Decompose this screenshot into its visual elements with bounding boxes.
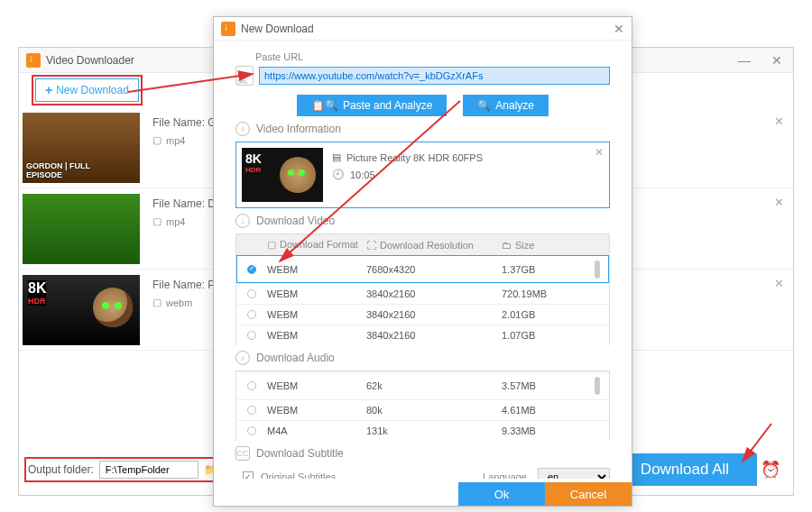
video-title: Picture Reality 8K HDR 60FPS bbox=[346, 152, 483, 163]
window-controls: — ✕ bbox=[728, 53, 793, 68]
subtitle-checkbox[interactable]: ✓ bbox=[243, 471, 254, 479]
format-value: webm bbox=[166, 297, 192, 308]
format-row[interactable]: WEBM3840x21601.07GB bbox=[236, 325, 609, 345]
app-title: Video Downloader bbox=[46, 54, 134, 67]
original-subtitles-link[interactable]: Original Subtitles bbox=[261, 471, 336, 479]
size-header-icon: 🗀 bbox=[502, 240, 512, 251]
thumbnail: 8KHDR bbox=[23, 275, 140, 345]
search-icon: 🔍 bbox=[477, 99, 491, 112]
paste-url-label: Paste URL bbox=[255, 51, 610, 62]
download-audio-icon: ♪ bbox=[235, 351, 250, 365]
download-video-icon: ↓ bbox=[235, 214, 250, 228]
size-value: 9.33MB bbox=[502, 425, 595, 436]
minimize-button[interactable]: — bbox=[728, 53, 761, 68]
format-value: WEBM bbox=[267, 405, 366, 416]
format-value: WEBM bbox=[267, 288, 366, 299]
radio-icon[interactable] bbox=[247, 289, 256, 298]
language-label: Language bbox=[483, 471, 527, 479]
format-icon: ▢ bbox=[152, 297, 161, 308]
video-thumbnail: 8KHDR bbox=[242, 148, 323, 202]
audio-row[interactable]: M4A131k9.33MB bbox=[236, 420, 609, 441]
scrollbar[interactable] bbox=[595, 261, 600, 279]
bitrate-value: 62k bbox=[366, 380, 502, 391]
radio-icon[interactable] bbox=[247, 426, 256, 435]
video-duration: 10:05 bbox=[350, 169, 375, 180]
format-value: WEBM bbox=[267, 330, 366, 341]
size-value: 1.07GB bbox=[502, 330, 595, 341]
download-all-button[interactable]: Download All bbox=[613, 453, 757, 486]
format-value: WEBM bbox=[267, 264, 366, 275]
size-header: Size bbox=[515, 240, 534, 251]
format-header: Download Format bbox=[280, 239, 358, 251]
radio-icon[interactable] bbox=[247, 265, 256, 274]
dialog-title: New Download bbox=[241, 23, 314, 35]
video-formats-table: ▢Download Format ⛶Download Resolution 🗀S… bbox=[235, 233, 610, 345]
format-row[interactable]: WEBM3840x21602.01GB bbox=[236, 304, 609, 325]
video-info-panel: 8KHDR ▤Picture Reality 8K HDR 60FPS 🕘10:… bbox=[235, 142, 610, 208]
resolution-value: 3840x2160 bbox=[366, 309, 502, 320]
format-header-icon: ▢ bbox=[267, 239, 276, 251]
audio-row[interactable]: WEBM62k3.57MB bbox=[236, 371, 609, 399]
ok-button[interactable]: Ok bbox=[458, 482, 545, 506]
analyze-label: Analyze bbox=[495, 99, 534, 112]
dialog-footer: Ok Cancel bbox=[214, 479, 632, 506]
paste-icon: 📋🔍 bbox=[311, 99, 338, 112]
url-icon bbox=[235, 66, 254, 86]
format-icon: ▢ bbox=[152, 215, 161, 227]
duration-icon: 🕘 bbox=[332, 169, 345, 180]
format-value: mp4 bbox=[166, 135, 185, 146]
scheduler-icon[interactable]: ⏰ bbox=[757, 460, 784, 480]
size-value: 1.37GB bbox=[502, 264, 595, 275]
bitrate-value: 131k bbox=[366, 425, 502, 436]
language-select[interactable]: en bbox=[538, 468, 610, 479]
thumbnail bbox=[23, 113, 140, 183]
output-folder-input[interactable] bbox=[99, 461, 198, 479]
remove-row-icon[interactable]: ✕ bbox=[774, 196, 784, 269]
cancel-button[interactable]: Cancel bbox=[545, 482, 632, 506]
resolution-value: 7680x4320 bbox=[366, 264, 502, 275]
info-icon: i bbox=[235, 122, 250, 136]
new-download-button[interactable]: New Download bbox=[35, 78, 139, 102]
resolution-value: 3840x2160 bbox=[366, 330, 502, 341]
analyze-button[interactable]: 🔍Analyze bbox=[463, 95, 549, 116]
thumbnail bbox=[23, 194, 140, 264]
paste-and-analyze-label: Paste and Analyze bbox=[343, 99, 432, 112]
radio-icon[interactable] bbox=[247, 406, 256, 415]
paste-and-analyze-button[interactable]: 📋🔍Paste and Analyze bbox=[297, 95, 447, 116]
radio-icon[interactable] bbox=[247, 331, 256, 340]
size-value: 3.57MB bbox=[502, 380, 595, 391]
output-folder-row: Output folder: 📁 bbox=[28, 461, 217, 479]
close-button[interactable]: ✕ bbox=[761, 53, 793, 68]
clear-video-icon[interactable]: ✕ bbox=[595, 146, 604, 159]
new-download-dialog: New Download ✕ Paste URL 📋🔍Paste and Ana… bbox=[213, 16, 632, 507]
remove-row-icon[interactable]: ✕ bbox=[774, 277, 784, 350]
format-row[interactable]: WEBM3840x2160720.19MB bbox=[236, 283, 609, 304]
resolution-value: 3840x2160 bbox=[366, 288, 502, 299]
dialog-close-icon[interactable]: ✕ bbox=[614, 22, 624, 36]
url-input[interactable] bbox=[259, 67, 610, 85]
size-value: 2.01GB bbox=[502, 309, 595, 320]
subtitle-row: ✓ Original Subtitles Language en bbox=[243, 468, 610, 479]
format-icon: ▢ bbox=[152, 134, 161, 146]
format-row[interactable]: WEBM7680x43201.37GB bbox=[236, 255, 609, 283]
download-subtitle-label: Download Subtitle bbox=[256, 447, 344, 460]
audio-row[interactable]: WEBM80k4.61MB bbox=[236, 399, 609, 420]
dialog-titlebar: New Download ✕ bbox=[214, 17, 632, 41]
scrollbar[interactable] bbox=[595, 377, 600, 395]
video-information-label: Video Information bbox=[256, 123, 341, 135]
format-value: WEBM bbox=[267, 309, 366, 320]
new-download-label: New Download bbox=[56, 84, 129, 96]
subtitle-icon: CC bbox=[235, 446, 250, 461]
size-value: 720.19MB bbox=[502, 288, 595, 299]
remove-row-icon[interactable]: ✕ bbox=[774, 114, 784, 187]
download-video-label: Download Video bbox=[256, 215, 335, 227]
format-value: WEBM bbox=[267, 380, 366, 391]
radio-icon[interactable] bbox=[247, 310, 256, 319]
dialog-logo-icon bbox=[221, 22, 235, 36]
audio-formats-table: WEBM62k3.57MB WEBM80k4.61MB M4A131k9.33M… bbox=[235, 370, 610, 441]
radio-icon[interactable] bbox=[247, 381, 256, 390]
download-audio-label: Download Audio bbox=[256, 352, 335, 364]
app-logo-icon bbox=[26, 53, 41, 68]
bitrate-value: 80k bbox=[366, 405, 502, 416]
output-folder-label: Output folder: bbox=[28, 463, 94, 476]
